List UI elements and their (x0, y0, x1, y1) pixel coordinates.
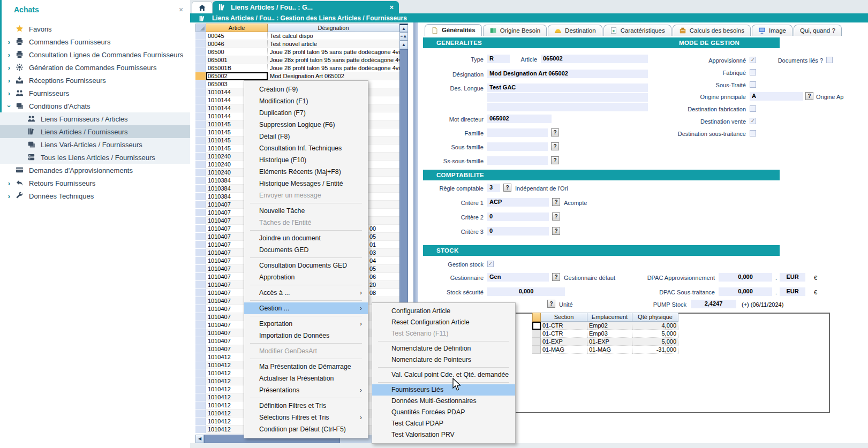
row-selector[interactable] (195, 120, 206, 128)
row-selector[interactable] (195, 249, 206, 257)
row-selector[interactable] (195, 201, 206, 209)
row-selector[interactable] (195, 401, 206, 409)
row-selector[interactable] (195, 225, 206, 233)
sidebar-item-liens-articles-fournisseurs[interactable]: Liens Articles / Fournisseurs (0, 125, 190, 138)
row-selector[interactable] (195, 377, 206, 385)
row-selector[interactable] (195, 297, 206, 305)
row-selector[interactable] (195, 337, 206, 345)
row-selector[interactable] (195, 313, 206, 321)
menu-item-historique-messages-entit[interactable]: Historique Messages / Entité (244, 178, 368, 189)
gestion-stock-checkbox[interactable]: ✓ (487, 261, 494, 267)
stock-column-header-emplacement[interactable]: Emplacement (587, 313, 632, 322)
row-selector[interactable] (195, 426, 206, 434)
row-selector[interactable] (195, 361, 206, 369)
row-selector[interactable] (195, 177, 206, 185)
submenu-item-test-valorisation-prv[interactable]: Test Valorisation PRV (372, 429, 515, 441)
menu-item-d-finition-filtres-et-tris[interactable]: Définition Filtres et Tris (244, 400, 368, 412)
row-selector[interactable] (195, 353, 206, 361)
table-row[interactable]: 065001Joue 28x profil talon 95 sans patt… (195, 56, 399, 64)
row-selector[interactable] (195, 153, 206, 161)
stock-securite-field[interactable]: 0,000 (487, 287, 565, 296)
fabriqu--checkbox[interactable] (750, 69, 756, 75)
submenu-item-nomenclature-de-pointeurs[interactable]: Nomenclature de Pointeurs (372, 354, 515, 366)
table-row[interactable]: 065001BJoue 28 profil talon 95 sans patt… (195, 64, 399, 72)
sidebar-item-fournisseurs[interactable]: ›Fournisseurs (0, 87, 190, 100)
row-selector[interactable] (195, 161, 206, 169)
dpac-appro-field[interactable]: 0,000 (719, 273, 772, 282)
close-icon[interactable]: × (179, 5, 183, 14)
critere1-field[interactable]: ACP (487, 198, 549, 207)
sidebar-item-donnees-techniques[interactable]: ›Données Techniques (0, 189, 190, 202)
stock-table-row[interactable]: 01-CTREmp035,000 (532, 330, 678, 338)
menu-item-condition-par-d-faut-ctrl-f5[interactable]: Condition par Défaut (Ctrl-F5) (244, 423, 368, 435)
sous-famille-field[interactable] (487, 142, 548, 151)
tab-destination[interactable]: Destination (548, 25, 602, 36)
stock-column-header-section[interactable]: Section (541, 313, 587, 322)
scroll-top-button[interactable]: ▲ (399, 24, 408, 32)
row-selector[interactable] (195, 273, 206, 281)
row-selector[interactable] (195, 56, 206, 64)
row-selector[interactable] (195, 345, 206, 353)
menu-item-cr-ation-f9[interactable]: Création (F9) (244, 83, 368, 95)
sidebar-item-consultation-lignes-commandes[interactable]: ›Consultation Lignes de Commandes Fourni… (0, 48, 190, 61)
scroll-left-button[interactable]: ◀ (195, 435, 204, 443)
row-selector[interactable] (195, 40, 206, 48)
row-selector[interactable] (195, 80, 206, 88)
stock-table-row[interactable]: 01-CTREmp024,000 (532, 322, 678, 330)
stock-row-selector[interactable] (532, 322, 541, 330)
menu-item-exportation[interactable]: Exportation› (244, 318, 368, 330)
submenu-item-nomenclature-de-d-finition[interactable]: Nomenclature de Définition (372, 343, 515, 354)
menu-item-modification-f1[interactable]: Modification (F1) (244, 95, 368, 107)
submenu-item-quantit-s-forc-es-pdap[interactable]: Quantités Forcées PDAP (372, 407, 515, 418)
tab-calculs-des-besoins[interactable]: Calculs des besoins (673, 25, 751, 36)
row-selector[interactable] (195, 72, 206, 80)
menu-item-importation-de-donn-es[interactable]: Importation de Données (244, 330, 368, 341)
tab-caract-ristiques[interactable]: xCaractéristiques (603, 25, 671, 36)
tab-qui-quand[interactable]: Qui, quand ? (794, 25, 842, 36)
submenu-item-configuration-article[interactable]: Configuration Article (372, 306, 515, 317)
table-row[interactable]: 06500Joue 28 profil talon 95 sans patte … (195, 48, 399, 56)
row-selector[interactable] (195, 32, 206, 40)
scroll-pageup-button[interactable]: ≡▲ (399, 32, 408, 41)
menu-item-suppression-logique-f6[interactable]: Suppression Logique (F6) (244, 119, 368, 131)
chevron-right-icon[interactable]: › (5, 179, 13, 187)
row-selector[interactable] (195, 104, 206, 112)
pump-stock-field[interactable]: 2,4247 (691, 300, 736, 308)
row-selector[interactable] (195, 409, 206, 417)
column-header-article[interactable]: Article (206, 24, 268, 32)
regle-comptable-field[interactable]: 3 (487, 184, 500, 192)
sidebar-item-conditions-achats[interactable]: ›Conditions d'Achats (0, 100, 190, 112)
row-selector[interactable] (195, 393, 206, 401)
chevron-right-icon[interactable]: › (5, 192, 13, 200)
destination-fabrication-checkbox[interactable] (750, 105, 756, 112)
row-selector[interactable] (195, 385, 206, 393)
origine-principale-field[interactable]: A (750, 92, 803, 101)
table-row[interactable]: 00046Test nouvel article (195, 40, 399, 48)
row-selector[interactable] (195, 112, 206, 120)
dpac-appro-currency-field[interactable]: EUR (780, 273, 805, 282)
menu-item-el-ments-r-cents-maj-f8[interactable]: Eléments Récents (Maj+F8) (244, 166, 368, 178)
critere2-field[interactable]: 0 (487, 212, 549, 221)
sous-famille-help-button[interactable]: ? (551, 142, 559, 150)
row-selector[interactable] (195, 128, 206, 136)
row-selector[interactable] (195, 217, 206, 225)
submenu-item-reset-configuration-article[interactable]: Reset Configuration Article (372, 317, 515, 328)
menu-item-actualiser-la-pr-sentation[interactable]: Actualiser la Présentation (244, 373, 368, 384)
menu-item-ma-pr-sentation-de-d-marrage[interactable]: Ma Présentation de Démarrage (244, 361, 368, 373)
menu-item-acc-s[interactable]: Accès à ...› (244, 287, 368, 299)
documents-lies-checkbox[interactable] (826, 57, 833, 63)
menu-item-d-tail-f8[interactable]: Détail (F8) (244, 131, 368, 142)
destination-vente-checkbox[interactable]: ✓ (750, 118, 756, 124)
row-selector[interactable] (195, 417, 206, 426)
submenu-item-fournisseurs-li-s[interactable]: Fournisseurs Liés (372, 384, 515, 396)
row-selector[interactable] (195, 185, 206, 193)
menu-item-consultation-documents-ged[interactable]: Consultation Documents GED (244, 260, 368, 271)
menu-item-s-lections-filtres-et-tris[interactable]: Sélections Filtres et Tris› (244, 412, 368, 423)
stock-row-selector[interactable] (532, 346, 541, 354)
sidebar-item-commandes-fournisseurs[interactable]: ›Commandes Fournisseurs (0, 35, 190, 48)
row-selector[interactable] (195, 369, 206, 377)
table-row[interactable]: 065002Mod Designation Art 065002 (195, 72, 399, 80)
critere1-help-button[interactable]: ? (552, 198, 560, 206)
mot-directeur-field[interactable]: 065002 (487, 115, 552, 123)
close-tab-icon[interactable]: × (389, 3, 394, 11)
